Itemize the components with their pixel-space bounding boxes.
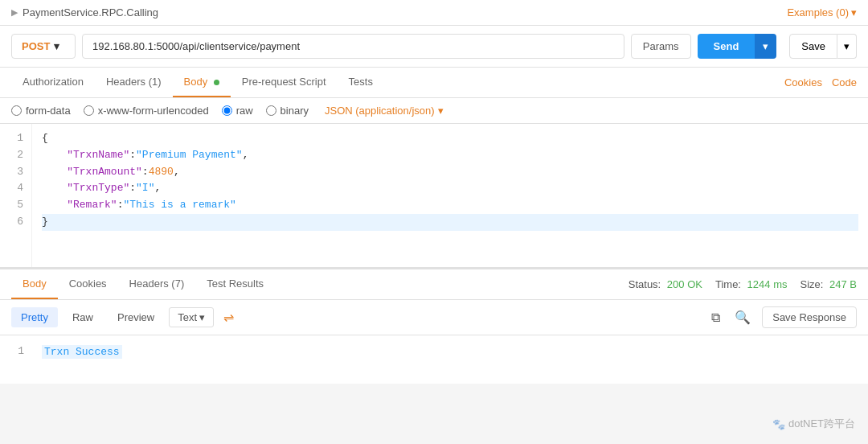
request-tabs-left: Authorization Headers (1) Body Pre-reque… <box>11 68 384 97</box>
code-line-1: { <box>42 130 858 147</box>
save-response-button[interactable]: Save Response <box>762 306 857 328</box>
response-content: Trxn Success <box>32 342 132 377</box>
request-tabs-right: Cookies Code <box>784 76 857 88</box>
time-label: Time: 1244 ms <box>715 278 788 290</box>
response-stats: Status: 200 OK Time: 1244 ms Size: 247 B <box>628 278 857 290</box>
response-section: Body Cookies Headers (7) Test Results St… <box>0 269 868 384</box>
search-icon[interactable]: 🔍 <box>731 306 754 328</box>
option-form-data[interactable]: form-data <box>11 105 71 117</box>
response-line-numbers: 1 <box>0 342 32 377</box>
option-url-encoded[interactable]: x-www-form-urlencoded <box>84 105 209 117</box>
expand-arrow[interactable]: ▶ <box>11 7 18 18</box>
body-options: form-data x-www-form-urlencoded raw bina… <box>0 98 868 124</box>
code-line-4: "TrxnType": "I", <box>42 180 858 197</box>
code-line-2: "TrxnName": "Premium Payment", <box>42 147 858 164</box>
text-dropdown-chevron: ▾ <box>199 311 205 323</box>
response-opts-right: ⧉ 🔍 Save Response <box>708 306 857 328</box>
response-tab-test-results[interactable]: Test Results <box>195 269 275 299</box>
cookies-link[interactable]: Cookies <box>784 76 822 88</box>
request-name: PaymentService.RPC.Calling <box>23 6 158 18</box>
body-active-dot <box>214 80 219 85</box>
copy-icon[interactable]: ⧉ <box>708 307 723 328</box>
code-link[interactable]: Code <box>832 76 857 88</box>
examples-link[interactable]: Examples (0) ▾ <box>787 6 857 18</box>
json-selector[interactable]: JSON (application/json) ▾ <box>325 105 444 117</box>
code-editor[interactable]: 1 2 3 4 5 6 { "TrxnName": "Premium Payme… <box>0 124 868 269</box>
size-label: Size: 247 B <box>800 278 857 290</box>
response-tabs-left: Body Cookies Headers (7) Test Results <box>11 269 275 299</box>
method-button[interactable]: POST ▾ <box>11 34 76 59</box>
line-numbers: 1 2 3 4 5 6 <box>0 124 32 267</box>
response-tab-headers[interactable]: Headers (7) <box>118 269 196 299</box>
wrap-icon[interactable]: ⇌ <box>223 310 234 325</box>
response-tab-body[interactable]: Body <box>11 269 58 299</box>
url-input[interactable] <box>82 34 624 59</box>
watermark-icon: 🐾 <box>772 418 785 430</box>
save-button-group: Save ▾ <box>789 34 857 59</box>
code-line-3: "TrxnAmount": 4890, <box>42 164 858 181</box>
tab-authorization[interactable]: Authorization <box>11 68 95 97</box>
chevron-down-icon: ▾ <box>851 6 857 18</box>
request-tabs-bar: Authorization Headers (1) Body Pre-reque… <box>0 68 868 98</box>
code-line-6: } <box>42 214 858 231</box>
resp-tab-raw[interactable]: Raw <box>63 307 103 327</box>
status-label: Status: 200 OK <box>628 278 702 290</box>
tab-headers[interactable]: Headers (1) <box>95 68 173 97</box>
save-dropdown-button[interactable]: ▾ <box>837 34 857 59</box>
code-line-5: "Remark": "This is a remark" <box>42 197 858 214</box>
request-title: ▶ PaymentService.RPC.Calling <box>11 6 158 18</box>
response-body-options: Pretty Raw Preview Text ▾ ⇌ ⧉ 🔍 Save Res… <box>0 300 868 335</box>
resp-tab-pretty[interactable]: Pretty <box>11 307 58 327</box>
option-raw[interactable]: raw <box>222 105 253 117</box>
send-button[interactable]: Send <box>698 34 755 59</box>
text-dropdown[interactable]: Text ▾ <box>169 307 214 327</box>
resp-tab-preview[interactable]: Preview <box>108 307 164 327</box>
method-dropdown-icon: ▾ <box>54 40 59 52</box>
save-button[interactable]: Save <box>789 34 837 59</box>
code-content[interactable]: { "TrxnName": "Premium Payment", "TrxnAm… <box>32 124 868 267</box>
send-button-group: Send ▾ <box>698 34 777 59</box>
response-opts-left: Pretty Raw Preview Text ▾ ⇌ <box>11 307 234 327</box>
watermark: 🐾 dotNET跨平台 <box>772 417 855 431</box>
response-tabs-bar: Body Cookies Headers (7) Test Results St… <box>0 269 868 300</box>
option-binary[interactable]: binary <box>266 105 309 117</box>
response-tab-cookies[interactable]: Cookies <box>58 269 118 299</box>
watermark-text: dotNET跨平台 <box>788 417 855 431</box>
tab-pre-request[interactable]: Pre-request Script <box>231 68 338 97</box>
response-text: Trxn Success <box>42 345 122 359</box>
response-output: 1 Trxn Success <box>0 335 868 384</box>
json-selector-chevron: ▾ <box>438 105 444 117</box>
tab-body[interactable]: Body <box>173 68 231 97</box>
url-bar: POST ▾ Params Send ▾ Save ▾ <box>0 26 868 68</box>
tab-tests[interactable]: Tests <box>338 68 384 97</box>
params-button[interactable]: Params <box>631 34 691 59</box>
send-dropdown-button[interactable]: ▾ <box>755 34 776 59</box>
top-bar: ▶ PaymentService.RPC.Calling Examples (0… <box>0 0 868 26</box>
